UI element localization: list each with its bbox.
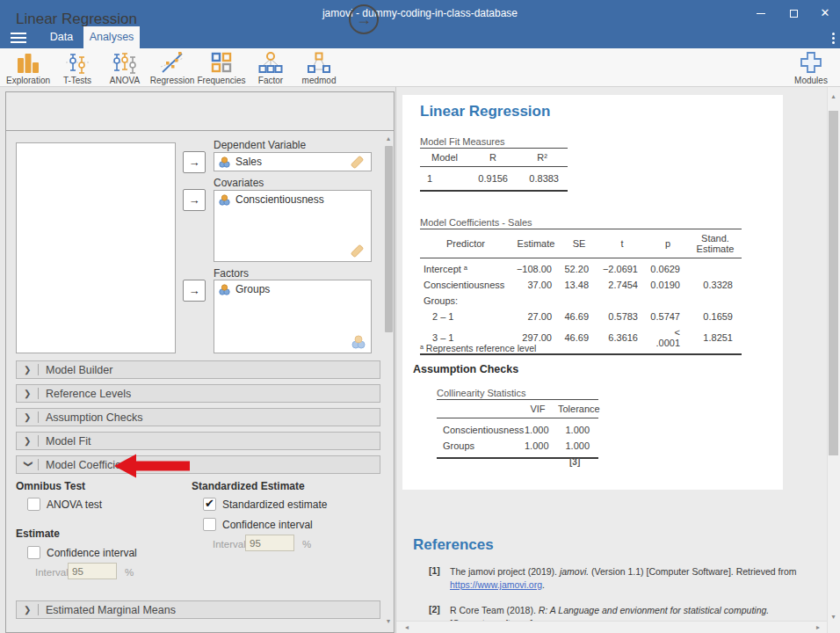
- column-header: t: [597, 229, 647, 258]
- results-horizontal-scrollbar[interactable]: [396, 621, 827, 633]
- scroll-down-icon[interactable]: ▾: [383, 617, 394, 626]
- reference-text: .: [542, 579, 545, 590]
- estimate-interval-input[interactable]: [68, 563, 117, 579]
- section-model-coefficients[interactable]: Model Coefficients: [16, 455, 380, 474]
- divider: [38, 435, 39, 447]
- chevron-down-icon: [24, 461, 33, 469]
- reference-title-italic: jamovi.: [560, 566, 589, 577]
- medmod-triangle-icon: [294, 50, 344, 75]
- nominal-variable-icon: [351, 335, 366, 349]
- analysis-options-header: [5, 91, 395, 131]
- standardized-estimate-heading: Standardized Estimate: [192, 480, 305, 492]
- assign-covariate-button[interactable]: →: [183, 189, 206, 211]
- anova-icon: [100, 50, 149, 75]
- ribbon-medmod[interactable]: medmod: [294, 50, 344, 85]
- scroll-left-icon[interactable]: ◂: [402, 623, 411, 632]
- scroll-up-icon[interactable]: ▴: [383, 135, 394, 143]
- hide-options-button[interactable]: →: [349, 4, 379, 34]
- tab-analyses[interactable]: Analyses: [83, 26, 140, 48]
- covariates-box[interactable]: Conscientiousness: [214, 190, 372, 262]
- continuous-variable-icon: [351, 244, 365, 258]
- omnibus-test-heading: Omnibus Test: [16, 480, 85, 492]
- variable-name: Groups: [235, 283, 270, 295]
- standardized-interval-suffix: %: [302, 539, 311, 549]
- dependent-variable-field[interactable]: Sales: [214, 152, 372, 171]
- model-fit-table: Model R R² 1 0.9156 0.8383: [420, 148, 568, 192]
- column-header: Model: [420, 149, 469, 167]
- scroll-right-icon[interactable]: ▸: [814, 623, 822, 632]
- column-header: Estimate: [511, 229, 561, 258]
- assign-dependent-button[interactable]: →: [183, 151, 206, 173]
- standardized-estimate-checkbox[interactable]: [203, 498, 216, 511]
- factors-box[interactable]: Groups: [214, 280, 372, 353]
- section-estimated-marginal-means[interactable]: Estimated Marginal Means: [16, 600, 380, 619]
- reference-marker: [3]: [569, 457, 580, 467]
- divider: [38, 411, 39, 423]
- scroll-down-icon[interactable]: ▾: [828, 613, 839, 622]
- standardized-interval-input[interactable]: [245, 535, 294, 551]
- ribbon-exploration[interactable]: Exploration: [4, 50, 53, 85]
- kebab-menu-icon[interactable]: [827, 31, 839, 45]
- estimate-interval-suffix: %: [125, 567, 134, 578]
- table-row: Conscientiousness 1.000 1.000: [437, 418, 598, 439]
- chevron-right-icon: [24, 436, 33, 446]
- maximize-button[interactable]: [778, 0, 808, 26]
- scroll-up-icon[interactable]: ▴: [828, 92, 839, 101]
- ribbon-factor[interactable]: Factor: [246, 50, 295, 85]
- ribbon-frequencies[interactable]: Frequencies: [197, 50, 246, 85]
- ribbon-modules[interactable]: Modules: [786, 50, 836, 85]
- section-assumption-checks[interactable]: Assumption Checks: [16, 408, 380, 426]
- column-header: Tolerance: [554, 400, 598, 418]
- hamburger-menu-icon[interactable]: [11, 33, 26, 43]
- chevron-right-icon: [24, 412, 33, 422]
- variable-cluster-icon: [219, 156, 230, 168]
- minimize-icon: [757, 13, 765, 14]
- anova-test-label: ANOVA test: [47, 498, 102, 511]
- variable-item-sales[interactable]: Sales: [214, 153, 371, 171]
- variable-name: Sales: [235, 156, 262, 168]
- estimate-interval-label: Interval: [35, 567, 69, 578]
- estimate-confidence-interval-label: Confidence interval: [47, 547, 137, 559]
- section-model-builder[interactable]: Model Builder: [16, 360, 380, 379]
- minimize-button[interactable]: [746, 0, 776, 26]
- section-reference-levels[interactable]: Reference Levels: [16, 384, 380, 403]
- column-header: [437, 400, 521, 418]
- close-button[interactable]: ✕: [810, 0, 840, 26]
- assign-factor-button[interactable]: →: [183, 280, 206, 302]
- ribbon-regression[interactable]: Regression: [148, 50, 197, 85]
- dependent-variable-label: Dependent Variable: [214, 139, 306, 151]
- ribbon-anova[interactable]: ANOVA: [100, 50, 149, 85]
- variable-cluster-icon: [219, 284, 230, 295]
- divider: [38, 459, 39, 470]
- options-scrollbar-thumb[interactable]: [385, 146, 393, 332]
- assumption-checks-heading: Assumption Checks: [413, 363, 518, 375]
- divider: [38, 364, 39, 375]
- arrow-right-icon: →: [189, 284, 200, 297]
- variable-item-conscientiousness[interactable]: Conscientiousness: [214, 191, 371, 208]
- estimate-confidence-interval-checkbox[interactable]: [27, 546, 40, 559]
- table-row: 1 0.9156 0.8383: [420, 167, 568, 192]
- red-annotation-arrow: [114, 453, 190, 479]
- results-scrollbar-thumb[interactable]: [829, 111, 838, 455]
- coefficients-table: Predictor Estimate SE t p Stand. Estimat…: [420, 229, 742, 355]
- ribbon-t-tests[interactable]: T-Tests: [53, 50, 102, 85]
- table-row: Groups:: [420, 293, 742, 309]
- variable-item-groups[interactable]: Groups: [214, 280, 371, 298]
- section-model-fit[interactable]: Model Fit: [16, 432, 380, 450]
- table-row: Groups 1.000 1.000: [437, 438, 598, 458]
- standardized-confidence-interval-label: Confidence interval: [222, 519, 313, 531]
- divider: [38, 604, 39, 615]
- maximize-icon: [790, 10, 798, 18]
- anova-test-checkbox[interactable]: [27, 498, 40, 511]
- regression-scatter-icon: [148, 50, 197, 75]
- collinearity-table-title: Collinearity Statistics: [437, 388, 525, 398]
- table-row: Conscientiousness 37.00 13.48 2.7454 0.0…: [420, 277, 742, 293]
- standardized-confidence-interval-checkbox[interactable]: [203, 518, 216, 531]
- reference-number: [2]: [429, 604, 440, 615]
- table-footnote: ᵃ Represents reference level: [420, 343, 536, 353]
- reference-link[interactable]: https://www.jamovi.org: [450, 579, 542, 590]
- tab-data[interactable]: Data: [42, 26, 81, 48]
- available-variables-list[interactable]: [16, 142, 176, 353]
- coefficients-table-title: Model Coefficients - Sales: [420, 217, 532, 228]
- chevron-right-icon: [24, 389, 33, 398]
